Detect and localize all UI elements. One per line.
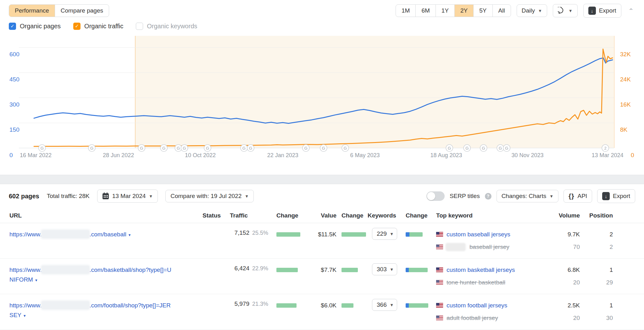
update-marker-label: G: [41, 146, 44, 151]
table-export-button[interactable]: ↓ Export: [597, 189, 635, 203]
range-1m[interactable]: 1M: [396, 5, 415, 17]
range-5y[interactable]: 5Y: [473, 5, 492, 17]
chevron-down-icon: ▼: [245, 194, 249, 199]
checkbox-label: Organic keywords: [147, 23, 197, 30]
url-path-wrap: SEY: [9, 312, 21, 318]
update-marker-label: G: [242, 146, 246, 151]
export-label: Export: [613, 193, 630, 200]
changes-dropdown[interactable]: Changes: Charts ▼: [497, 190, 558, 202]
top-keyword-link[interactable]: custom baseball jerseys: [447, 231, 510, 238]
bar-segment-lost: [406, 232, 409, 237]
checkbox-icon: ✓: [73, 23, 80, 30]
update-marker-label: G: [344, 146, 347, 151]
top-keyword-line: adult football jersey: [436, 313, 557, 323]
help-icon[interactable]: ?: [485, 193, 491, 200]
top-keyword-link[interactable]: custom basketball jerseys: [447, 267, 515, 273]
col-position[interactable]: Position: [580, 212, 613, 219]
col-keywords-change[interactable]: Change: [406, 212, 436, 219]
keywords-count: 303: [377, 266, 387, 273]
update-marker-label: G: [505, 146, 508, 151]
us-flag-icon: [436, 267, 443, 272]
api-button[interactable]: {} API: [564, 190, 592, 203]
col-traffic[interactable]: Traffic: [230, 212, 276, 219]
table-body: https://www..com/baseball▾7,15225.5%$11.…: [0, 223, 644, 330]
compare-with-dropdown[interactable]: Compare with: 19 Jul 2022 ▼: [165, 190, 254, 202]
top-keyword-line: tone hunter basketball: [436, 278, 557, 287]
export-file-icon: ↓: [602, 192, 610, 200]
top-keyword-line: custom baseball jerseys: [436, 229, 557, 239]
keywords-dropdown[interactable]: 229▼: [372, 228, 397, 240]
bar-segment-lost: [406, 303, 409, 308]
checkbox-organic-traffic[interactable]: ✓ Organic traffic: [73, 23, 123, 30]
right-axis-tick: 8K: [620, 126, 628, 133]
checkbox-organic-pages[interactable]: ✓ Organic pages: [9, 23, 61, 30]
update-marker-label: G: [448, 146, 451, 151]
x-axis-tick: 6 May 2023: [350, 152, 380, 158]
col-top-keyword[interactable]: Top keyword: [436, 212, 557, 219]
page-url-link[interactable]: https://www..com/football/shop?type[]=JE…: [9, 300, 195, 321]
range-1y[interactable]: 1Y: [436, 5, 454, 17]
traffic-percent: 22.9%: [252, 265, 268, 272]
export-label: Export: [599, 7, 616, 14]
col-url[interactable]: URL: [9, 212, 203, 219]
update-marker-label: 2: [604, 146, 606, 151]
granularity-dropdown[interactable]: Daily ▼: [517, 4, 547, 17]
url-path: .com/basketball/shop?type[]=U: [89, 267, 171, 273]
keywords-dropdown[interactable]: 303▼: [372, 263, 397, 275]
serp-titles-label: SERP titles: [450, 193, 480, 200]
tab-compare-pages[interactable]: Compare pages: [55, 5, 109, 17]
traffic-change-bar: [276, 268, 298, 272]
notes-dropdown[interactable]: ▼: [553, 4, 578, 17]
section-divider: [0, 175, 644, 184]
value-change-bar: [341, 303, 353, 308]
chart-export-button[interactable]: ↓ Export: [583, 4, 621, 18]
left-axis-zero: 0: [9, 152, 13, 158]
col-value[interactable]: Value: [316, 212, 336, 219]
chart-canvas: 60045030015032K24K16K8K0016 Mar 202228 J…: [0, 33, 644, 162]
keyword-volume: 6.8K: [557, 265, 580, 275]
top-toolbar: Performance Compare pages 1M 6M 1Y 2Y 5Y…: [0, 0, 644, 17]
chevron-down-icon: ▼: [549, 194, 553, 199]
bar-segment-gained: [409, 303, 428, 308]
checkbox-icon: ✓: [9, 23, 16, 30]
traffic-value: 7,152: [230, 229, 249, 236]
page-url-link[interactable]: https://www..com/basketball/shop?type[]=…: [9, 265, 195, 285]
keywords-dropdown[interactable]: 366▼: [372, 299, 397, 311]
tab-performance[interactable]: Performance: [9, 5, 55, 17]
date-picker-dropdown[interactable]: 13 Mar 2024 ▼: [97, 190, 158, 203]
update-marker-label: G: [162, 146, 165, 151]
value-amount: $11.5K: [318, 231, 336, 238]
range-all[interactable]: All: [492, 5, 511, 17]
col-status[interactable]: Status: [203, 212, 230, 219]
x-axis-tick: 16 Mar 2022: [20, 152, 52, 158]
range-2y[interactable]: 2Y: [454, 5, 473, 17]
range-6m[interactable]: 6M: [415, 5, 435, 17]
keyword-position: 2: [580, 229, 613, 239]
x-axis-tick: 18 Aug 2023: [430, 152, 462, 158]
checkbox-label: Organic traffic: [84, 23, 123, 30]
value-change-bar: [341, 268, 358, 272]
performance-chart[interactable]: 60045030015032K24K16K8K0016 Mar 202228 J…: [0, 33, 644, 162]
top-keyword-line: custom football jerseys: [436, 300, 557, 310]
page-url-link[interactable]: https://www..com/baseball▾: [9, 229, 195, 240]
previous-keyword: baseball jersey: [469, 244, 509, 250]
bar-segment-gained: [409, 268, 428, 272]
col-volume[interactable]: Volume: [557, 212, 580, 219]
checkbox-organic-keywords[interactable]: Organic keywords: [136, 23, 197, 30]
keyword-volume: 70: [557, 242, 580, 252]
bar-segment-gained: [409, 232, 423, 237]
keyword-position: 2: [580, 242, 613, 252]
collapse-chevron-up-icon[interactable]: ⌃: [627, 8, 635, 14]
changes-value: Changes: Charts: [502, 193, 547, 200]
col-keywords[interactable]: Keywords: [368, 212, 406, 219]
chevron-down-icon[interactable]: ▾: [24, 313, 26, 318]
chevron-down-icon[interactable]: ▾: [129, 233, 131, 237]
col-traffic-change[interactable]: Change: [276, 212, 316, 219]
chevron-down-icon[interactable]: ▾: [35, 278, 37, 283]
serp-titles-toggle[interactable]: [426, 191, 445, 201]
col-value-change[interactable]: Change: [336, 212, 368, 219]
keyword-position: 29: [580, 278, 613, 287]
url-prefix: https://www.: [9, 302, 42, 309]
top-keyword-link[interactable]: custom football jerseys: [447, 302, 507, 309]
table-row: https://www..com/basketball/shop?type[]=…: [0, 259, 644, 294]
